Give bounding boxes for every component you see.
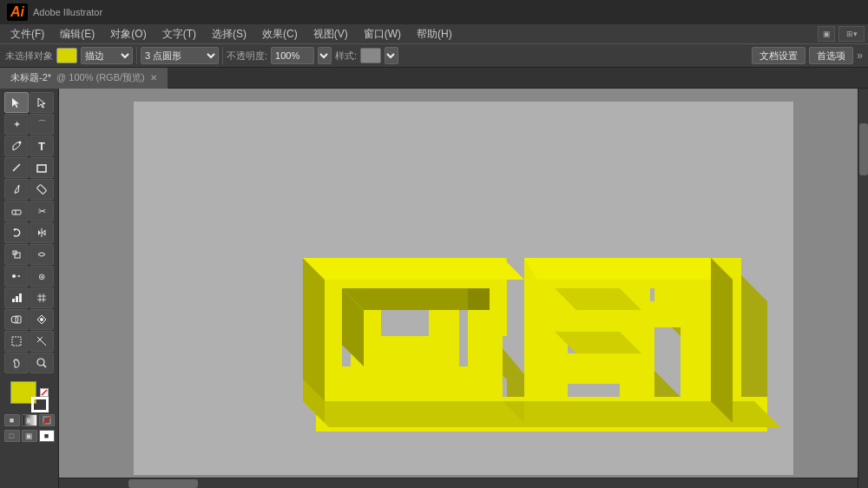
artboard-tool[interactable] <box>4 331 29 352</box>
color-mode-icons: ■ ▣ <box>4 414 55 426</box>
opacity-mode-select[interactable]: ▾ <box>318 47 332 64</box>
svg-marker-72 <box>303 258 524 280</box>
horizontal-scrollbar[interactable] <box>59 478 858 488</box>
svg-rect-3 <box>36 184 46 194</box>
slice-tool[interactable] <box>30 331 54 352</box>
menu-window[interactable]: 窗口(W) <box>357 25 408 43</box>
svg-marker-74 <box>711 258 733 423</box>
screen-mode-icons: □ ▣ ■ <box>4 430 55 442</box>
svg-line-1 <box>13 164 20 171</box>
tab-bar: 未标题-2* @ 100% (RGB/预览) ✕ <box>0 68 868 89</box>
canvas-area[interactable] <box>59 89 868 488</box>
svg-point-9 <box>12 274 16 278</box>
style-preview[interactable] <box>360 48 381 63</box>
magic-wand-tool[interactable]: ✦ <box>4 114 29 135</box>
main-area: ✦ ⌒ T <box>0 89 868 488</box>
warp-tool[interactable] <box>30 244 54 265</box>
pen-tool[interactable] <box>4 135 29 156</box>
artboard <box>134 102 793 475</box>
tab-title: 未标题-2* <box>10 71 51 84</box>
menu-file[interactable]: 文件(F) <box>3 25 51 43</box>
color-mode-button[interactable]: ■ <box>4 414 20 426</box>
tab-close-button[interactable]: ✕ <box>150 73 157 82</box>
menu-edit[interactable]: 编辑(E) <box>53 25 102 43</box>
live-paint-tool[interactable] <box>30 309 54 330</box>
symbol-tool[interactable]: ⊛ <box>30 266 54 287</box>
opacity-label: 不透明度: <box>227 49 267 63</box>
svg-rect-59 <box>351 336 459 366</box>
pencil-tool[interactable] <box>30 179 54 200</box>
svg-point-0 <box>19 142 22 144</box>
opacity-input[interactable] <box>271 47 314 64</box>
app-logo: Ai <box>7 3 28 21</box>
full-screen-2-button[interactable]: ■ <box>39 430 55 442</box>
svg-marker-77 <box>468 288 490 310</box>
zoom-tool[interactable] <box>30 353 54 373</box>
shape-builder-tool[interactable] <box>4 309 29 330</box>
svg-rect-64 <box>555 358 620 384</box>
selection-tool[interactable] <box>4 92 29 113</box>
gradient-mode-button[interactable]: ▣ <box>22 414 37 426</box>
svg-line-20 <box>43 365 46 367</box>
svg-rect-4 <box>12 210 21 214</box>
svg-marker-73 <box>524 258 733 280</box>
svg-marker-66 <box>303 401 503 423</box>
style-select[interactable]: ▾ <box>385 47 398 64</box>
style-label: 样式: <box>335 49 357 63</box>
reflect-tool[interactable] <box>30 222 54 243</box>
type-tool[interactable]: T <box>30 135 54 156</box>
svg-point-15 <box>11 316 18 323</box>
full-screen-button[interactable]: ▣ <box>22 430 37 442</box>
none-indicator[interactable] <box>40 388 49 397</box>
rotate-tool[interactable] <box>4 222 29 243</box>
main-artwork <box>303 258 780 427</box>
svg-point-10 <box>18 275 20 277</box>
normal-screen-button[interactable]: □ <box>4 430 20 442</box>
scissors-tool[interactable]: ✂ <box>30 201 54 221</box>
menu-view[interactable]: 视图(V) <box>306 25 355 43</box>
svg-marker-68 <box>524 401 733 423</box>
direct-selection-tool[interactable] <box>30 92 54 113</box>
line-tool[interactable] <box>4 157 29 178</box>
mesh-tool[interactable] <box>30 287 54 308</box>
paintbrush-tool[interactable] <box>4 179 29 200</box>
lasso-tool[interactable]: ⌒ <box>30 114 54 135</box>
tab-info: @ 100% (RGB/预览) <box>56 71 145 84</box>
v-scrollbar-thumb[interactable] <box>859 123 868 175</box>
svg-marker-71 <box>303 258 325 401</box>
rectangle-tool[interactable] <box>30 157 54 178</box>
color-swatches[interactable] <box>10 381 49 412</box>
doc-settings-button[interactable]: 文档设置 <box>752 47 806 64</box>
menu-select[interactable]: 选择(S) <box>205 25 253 43</box>
menu-text[interactable]: 文字(T) <box>155 25 203 43</box>
eraser-tool[interactable] <box>4 201 29 221</box>
document-tab[interactable]: 未标题-2* @ 100% (RGB/预览) ✕ <box>0 68 168 89</box>
menu-object[interactable]: 对象(O) <box>103 25 153 43</box>
prefs-button[interactable]: 首选项 <box>809 47 853 64</box>
svg-rect-7 <box>15 253 20 258</box>
svg-marker-76 <box>342 288 490 310</box>
svg-rect-13 <box>16 296 18 302</box>
svg-point-17 <box>40 318 43 321</box>
column-graph-tool[interactable] <box>4 287 29 308</box>
vertical-scrollbar[interactable] <box>858 89 868 488</box>
left-toolbar: ✦ ⌒ T <box>0 89 59 488</box>
menu-bar: 文件(F) 编辑(E) 对象(O) 文字(T) 选择(S) 效果(C) 视图(V… <box>0 24 868 43</box>
fill-color-box[interactable] <box>56 48 77 63</box>
artwork <box>134 102 793 475</box>
stroke-swatch[interactable] <box>31 397 49 412</box>
scale-tool[interactable] <box>4 244 29 265</box>
h-scrollbar-thumb[interactable] <box>128 479 198 488</box>
workspace-btn[interactable]: ⊞▾ <box>838 26 865 42</box>
hand-tool[interactable] <box>4 353 29 373</box>
color-palette: ■ ▣ □ ▣ ■ <box>2 378 56 445</box>
none-mode-button[interactable] <box>39 414 55 426</box>
stroke-size-select[interactable]: 3 点圆形 <box>141 47 219 64</box>
mode-toggle[interactable]: ▣ <box>818 26 835 42</box>
blend-tool[interactable] <box>4 266 29 287</box>
menu-help[interactable]: 帮助(H) <box>410 25 459 43</box>
options-arrow[interactable]: » <box>857 49 863 62</box>
menu-effect[interactable]: 效果(C) <box>255 25 305 43</box>
window-title: Adobe Illustrator <box>33 7 102 17</box>
stroke-style-select[interactable]: 描边 <box>81 47 133 64</box>
